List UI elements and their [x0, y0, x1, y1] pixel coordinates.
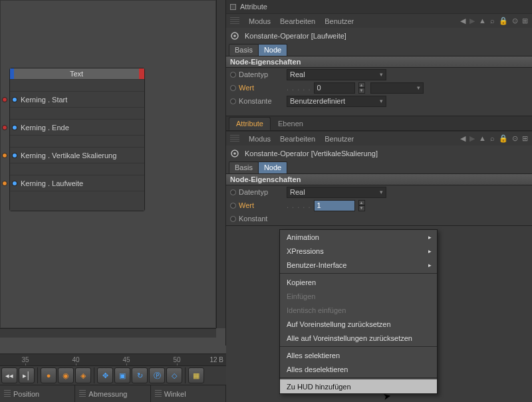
object-name: Konstante-Operator [Laufweite]	[245, 32, 346, 40]
xpresso-node-text[interactable]: Text Kerning . Start Kerning . Ende Kern…	[9, 68, 145, 211]
context-menu-item: Einfügen	[280, 289, 437, 303]
tab-node[interactable]: Node	[258, 44, 287, 56]
panel-checkbox-icon[interactable]	[230, 4, 236, 10]
tab-node[interactable]: Node	[258, 161, 287, 173]
port-dot-icon	[13, 153, 17, 157]
context-menu-item[interactable]: Benutzer-Interface	[280, 258, 437, 272]
param-key-button[interactable]: Ⓟ	[149, 367, 165, 383]
node-port-row[interactable]: Kerning . Start	[10, 91, 144, 107]
node-port-row[interactable]: Kerning . Ende	[10, 119, 144, 135]
node-output-handle[interactable]	[139, 68, 144, 79]
goto-end-button[interactable]: ▸│	[19, 367, 35, 383]
timeline-tick: 40	[51, 356, 101, 363]
nav-fwd-icon[interactable]: ▶	[469, 134, 475, 143]
prop-wert: Wert. . . . . 0 ▲▼	[226, 81, 532, 94]
panel-menubar: Modus Bearbeiten Benutzer ◀ ▶ ▲ ⌕ 🔒 ⊙ ⊞	[226, 13, 532, 28]
port-connector-icon[interactable]	[2, 125, 7, 130]
tab-attribute[interactable]: Attribute	[229, 117, 271, 130]
node-titlebar[interactable]: Text	[10, 68, 144, 79]
gear-icon	[230, 31, 239, 41]
attribute-panel-1: Attribute Modus Bearbeiten Benutzer ◀ ▶ …	[226, 0, 532, 116]
menu-item[interactable]: Modus	[249, 17, 271, 25]
port-label: Kerning . Laufweite	[21, 179, 83, 187]
timeline-fps: 12 B	[202, 356, 226, 363]
nav-fwd-icon[interactable]: ▶	[469, 17, 475, 25]
lock-icon[interactable]: 🔒	[499, 134, 508, 143]
context-menu-item[interactable]: Kopieren	[280, 275, 437, 289]
anim-dot-icon[interactable]	[230, 216, 236, 222]
move-key-button[interactable]: ✥	[97, 367, 113, 383]
port-label: Kerning . Start	[21, 96, 67, 104]
context-menu-item[interactable]: Animation	[280, 230, 437, 244]
add-icon[interactable]: ⊞	[522, 134, 528, 143]
tab-ebenen[interactable]: Ebenen	[271, 117, 311, 130]
status-position: Position	[0, 385, 75, 402]
node-port-row[interactable]: Kerning . Vertikale Skalierung	[10, 147, 144, 163]
port-connector-icon[interactable]	[2, 153, 7, 158]
wert-unit-dropdown[interactable]	[370, 82, 424, 94]
menu-item[interactable]: Bearbeiten	[280, 135, 315, 143]
spinner[interactable]: ▲▼	[358, 82, 365, 94]
menu-item[interactable]: Modus	[249, 135, 271, 143]
datentyp-dropdown[interactable]: Real	[287, 69, 386, 80]
lock-icon[interactable]: 🔒	[499, 17, 508, 25]
search-icon[interactable]: ⌕	[490, 17, 495, 25]
anim-dot-icon[interactable]	[230, 203, 236, 209]
add-icon[interactable]: ⊞	[522, 17, 528, 25]
port-connector-icon[interactable]	[2, 181, 7, 186]
anim-dot-icon[interactable]	[230, 189, 236, 195]
scrollbar-vertical[interactable]	[216, 0, 225, 328]
object-header: Konstante-Operator [VertikaleSkalierung]	[226, 146, 532, 161]
menu-item[interactable]: Benutzer	[325, 17, 354, 25]
render-button[interactable]: ▦	[188, 367, 204, 383]
rotate-key-button[interactable]: ↻	[132, 367, 148, 383]
nav-back-icon[interactable]: ◀	[460, 17, 466, 25]
playback-toolbar: ◂◂ ▸│ ● ◉ ◈ ✥ ▣ ↻ Ⓟ ◇ ▦	[0, 365, 226, 385]
search-icon[interactable]: ⌕	[490, 134, 495, 143]
context-menu-item[interactable]: Auf Voreinstellung zurücksetzen	[280, 317, 437, 331]
context-menu-item[interactable]: Alles deselektieren	[280, 362, 437, 376]
tab-basis[interactable]: Basis	[229, 44, 259, 56]
cursor-icon: ➤	[382, 390, 392, 402]
context-menu-item[interactable]: Alle auf Voreinstellungen zurücksetzen	[280, 331, 437, 345]
tab-basis[interactable]: Basis	[229, 161, 259, 173]
prop-wert: Wert. . . . . 1 ▲▼	[226, 199, 532, 212]
pla-key-button[interactable]: ◇	[166, 367, 182, 383]
status-label: Abmessung	[88, 390, 127, 398]
wert-input[interactable]: 0	[314, 82, 355, 94]
goto-start-button[interactable]: ◂◂	[1, 367, 17, 383]
viewport-canvas[interactable]: Text Kerning . Start Kerning . Ende Kern…	[0, 0, 216, 328]
timeline-tick: 35	[0, 356, 51, 363]
status-label: Winkel	[164, 390, 186, 398]
nav-up-icon[interactable]: ▲	[479, 17, 486, 25]
new-icon[interactable]: ⊙	[512, 17, 518, 25]
scrollbar-horizontal[interactable]	[0, 328, 216, 338]
spinner[interactable]: ▲▼	[358, 200, 365, 211]
autokey-button[interactable]: ◉	[58, 367, 74, 383]
nav-up-icon[interactable]: ▲	[479, 134, 486, 143]
datentyp-dropdown[interactable]: Real	[287, 187, 386, 198]
anim-dot-icon[interactable]	[230, 72, 236, 78]
anim-dot-icon[interactable]	[230, 98, 236, 104]
anim-dot-icon[interactable]	[230, 85, 236, 91]
scale-key-button[interactable]: ▣	[114, 367, 130, 383]
prop-konstante: Konstante Benutzerdefiniert	[226, 94, 532, 108]
context-menu-item[interactable]: XPressions	[280, 244, 437, 258]
context-menu-item[interactable]: Zu HUD hinzufügen	[280, 379, 437, 393]
record-button[interactable]: ●	[41, 367, 57, 383]
node-port-row[interactable]: Kerning . Laufweite	[10, 175, 144, 191]
nav-back-icon[interactable]: ◀	[460, 134, 466, 143]
context-menu-item[interactable]: Alles selektieren	[280, 348, 437, 362]
timeline-ruler[interactable]: 35 40 45 50 12 B	[0, 353, 226, 365]
new-icon[interactable]: ⊙	[512, 134, 518, 143]
svg-point-1	[233, 35, 236, 37]
konstante-dropdown[interactable]: Benutzerdefiniert	[287, 96, 386, 107]
keyframe-button[interactable]: ◈	[75, 367, 91, 383]
port-connector-icon[interactable]	[2, 97, 7, 102]
wert-input[interactable]: 1	[314, 200, 355, 211]
panel-title: Attribute	[240, 3, 267, 11]
menu-item[interactable]: Benutzer	[325, 135, 354, 143]
panel-header[interactable]: Attribute	[226, 0, 532, 13]
menu-item[interactable]: Bearbeiten	[280, 17, 315, 25]
context-menu[interactable]: AnimationXPressionsBenutzer-InterfaceKop…	[279, 229, 438, 394]
